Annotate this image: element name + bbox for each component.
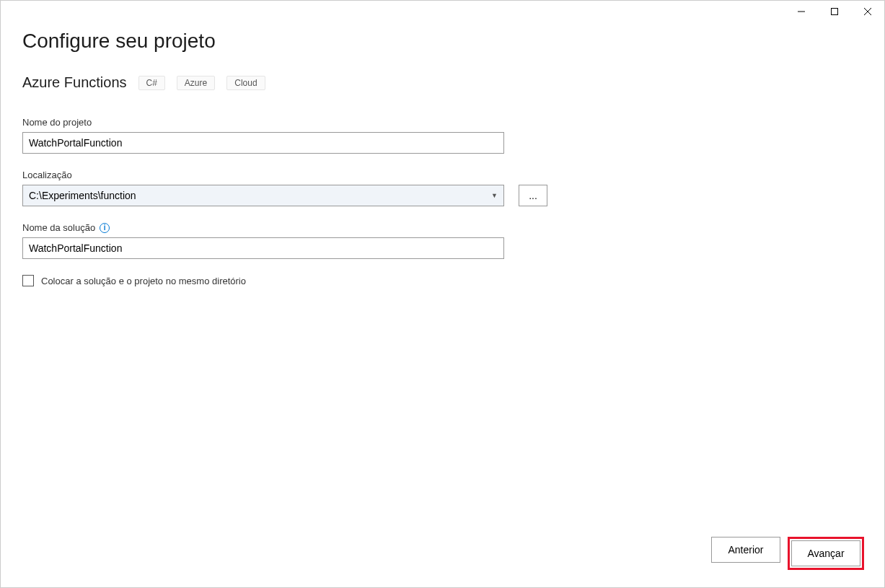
svg-rect-1 xyxy=(832,9,838,15)
tag-azure: Azure xyxy=(177,76,215,90)
next-button-highlight: Avançar xyxy=(788,537,864,570)
same-directory-row: Colocar a solução e o projeto no mesmo d… xyxy=(22,275,863,286)
next-button[interactable]: Avançar xyxy=(791,540,860,566)
solution-name-input[interactable] xyxy=(22,237,504,259)
project-name-group: Nome do projeto xyxy=(22,117,863,154)
template-name: Azure Functions xyxy=(22,74,127,91)
tag-csharp: C# xyxy=(138,76,165,90)
location-group: Localização C:\Experiments\function ▼ ..… xyxy=(22,170,863,206)
location-value: C:\Experiments\function xyxy=(29,190,136,201)
same-directory-checkbox[interactable] xyxy=(22,275,34,286)
location-label: Localização xyxy=(22,170,863,180)
project-name-input[interactable] xyxy=(22,132,504,154)
tag-cloud: Cloud xyxy=(226,76,265,90)
dialog-footer: Anterior Avançar xyxy=(711,537,864,570)
subtitle-row: Azure Functions C# Azure Cloud xyxy=(22,74,863,91)
page-title: Configure seu projeto xyxy=(22,30,863,53)
info-icon[interactable]: i xyxy=(100,223,110,233)
chevron-down-icon: ▼ xyxy=(491,192,498,199)
dialog-content: Configure seu projeto Azure Functions C#… xyxy=(1,1,884,308)
solution-name-group: Nome da solução i xyxy=(22,222,863,259)
window-controls xyxy=(785,1,884,22)
location-combobox[interactable]: C:\Experiments\function ▼ xyxy=(22,185,504,206)
back-button[interactable]: Anterior xyxy=(711,537,780,563)
solution-name-label-text: Nome da solução xyxy=(22,222,95,233)
project-name-label: Nome do projeto xyxy=(22,117,863,128)
browse-button[interactable]: ... xyxy=(519,185,547,206)
same-directory-label: Colocar a solução e o projeto no mesmo d… xyxy=(41,276,246,286)
solution-name-label: Nome da solução i xyxy=(22,222,863,233)
maximize-button[interactable] xyxy=(818,1,851,22)
minimize-button[interactable] xyxy=(785,1,818,22)
close-button[interactable] xyxy=(851,1,884,22)
